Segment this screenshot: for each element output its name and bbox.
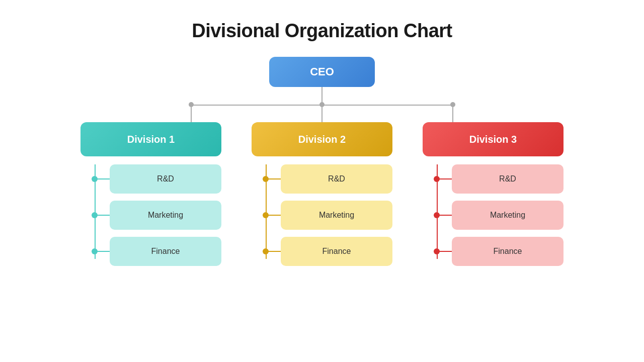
div1-connector-down — [191, 105, 192, 122]
division-3-column: Division 3 R&D Marketing Finance — [418, 122, 569, 273]
div3-connector-down — [452, 105, 453, 122]
div1-finance-box: Finance — [110, 237, 221, 266]
div3-dot-mkt — [434, 212, 440, 218]
division-1-header: Division 1 — [80, 122, 221, 156]
div3-marketing-box: Marketing — [452, 201, 564, 230]
div2-finance-box: Finance — [281, 237, 392, 266]
division-1-subitems: R&D Marketing Finance — [80, 164, 221, 273]
dot-right — [450, 102, 455, 107]
ceo-node: CEO — [269, 57, 375, 87]
ceo-connectors — [126, 87, 518, 122]
page-title: Divisional Organization Chart — [192, 20, 452, 42]
division-2-header: Division 2 — [252, 122, 392, 156]
div1-marketing-box: Marketing — [110, 201, 221, 230]
divisions-row: Division 1 R&D Marketing Finance — [45, 122, 599, 273]
division-3-header: Division 3 — [423, 122, 564, 156]
div3-dot-rd — [434, 176, 440, 182]
list-item: Finance — [423, 237, 564, 266]
div2-dot-mkt — [263, 212, 269, 218]
list-item: Finance — [252, 237, 392, 266]
div2-marketing-box: Marketing — [281, 201, 392, 230]
list-item: R&D — [80, 164, 221, 194]
div1-dot-fin — [92, 248, 98, 254]
div1-rd-box: R&D — [110, 164, 221, 194]
division-1-column: Division 1 R&D Marketing Finance — [75, 122, 226, 273]
list-item: Marketing — [423, 201, 564, 230]
div2-rd-box: R&D — [281, 164, 392, 194]
list-item: R&D — [252, 164, 392, 194]
div2-dot-rd — [263, 176, 269, 182]
div3-dot-fin — [434, 248, 440, 254]
div2-connector-down — [321, 105, 323, 122]
division-2-column: Division 2 R&D Marketing Finance — [247, 122, 397, 273]
dot-left — [189, 102, 194, 107]
org-chart: CEO Division 1 R&D — [0, 57, 644, 273]
list-item: R&D — [423, 164, 564, 194]
div2-dot-fin — [263, 248, 269, 254]
list-item: Finance — [80, 237, 221, 266]
div1-dot-mkt — [92, 212, 98, 218]
dot-mid — [319, 102, 325, 107]
list-item: Marketing — [80, 201, 221, 230]
list-item: Marketing — [252, 201, 392, 230]
div1-dot-rd — [92, 176, 98, 182]
division-3-subitems: R&D Marketing Finance — [423, 164, 564, 273]
division-2-subitems: R&D Marketing Finance — [252, 164, 392, 273]
div3-finance-box: Finance — [452, 237, 564, 266]
div3-rd-box: R&D — [452, 164, 564, 194]
